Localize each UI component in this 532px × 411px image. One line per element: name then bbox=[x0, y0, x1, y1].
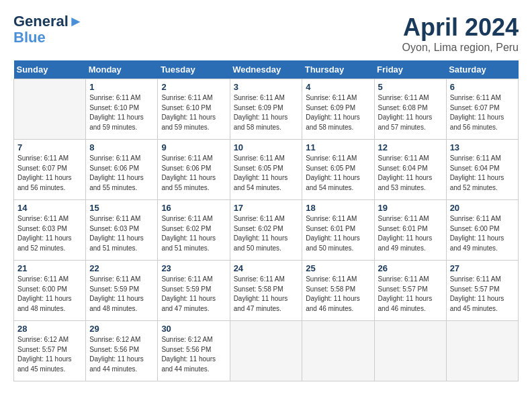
calendar-day-cell: 9Sunrise: 6:11 AM Sunset: 6:06 PM Daylig… bbox=[158, 140, 230, 200]
day-number: 13 bbox=[450, 142, 515, 152]
weekday-header: Sunday bbox=[14, 60, 86, 79]
day-number: 30 bbox=[161, 324, 226, 334]
calendar-day-cell: 6Sunrise: 6:11 AM Sunset: 6:07 PM Daylig… bbox=[446, 79, 518, 140]
day-number: 4 bbox=[306, 82, 370, 92]
day-number: 29 bbox=[89, 324, 154, 334]
day-info: Sunrise: 6:11 AM Sunset: 5:58 PM Dayligh… bbox=[234, 275, 299, 314]
calendar-day-cell bbox=[302, 321, 374, 381]
calendar-day-cell: 28Sunrise: 6:12 AM Sunset: 5:57 PM Dayli… bbox=[14, 321, 86, 381]
calendar-day-cell: 13Sunrise: 6:11 AM Sunset: 6:04 PM Dayli… bbox=[446, 140, 518, 200]
day-info: Sunrise: 6:11 AM Sunset: 5:59 PM Dayligh… bbox=[161, 275, 226, 314]
calendar-day-cell bbox=[374, 321, 446, 381]
day-number: 28 bbox=[17, 324, 82, 334]
calendar-week-row: 28Sunrise: 6:12 AM Sunset: 5:57 PM Dayli… bbox=[14, 321, 519, 381]
calendar-day-cell: 11Sunrise: 6:11 AM Sunset: 6:05 PM Dayli… bbox=[302, 140, 374, 200]
calendar-week-row: 21Sunrise: 6:11 AM Sunset: 6:00 PM Dayli… bbox=[14, 261, 519, 321]
calendar-day-cell: 30Sunrise: 6:12 AM Sunset: 5:56 PM Dayli… bbox=[158, 321, 230, 381]
day-info: Sunrise: 6:11 AM Sunset: 5:59 PM Dayligh… bbox=[89, 275, 154, 314]
day-info: Sunrise: 6:11 AM Sunset: 5:57 PM Dayligh… bbox=[378, 275, 443, 314]
day-number: 6 bbox=[450, 82, 515, 92]
day-number: 18 bbox=[306, 203, 370, 213]
day-info: Sunrise: 6:11 AM Sunset: 6:10 PM Dayligh… bbox=[89, 93, 154, 132]
day-info: Sunrise: 6:11 AM Sunset: 6:07 PM Dayligh… bbox=[450, 93, 515, 132]
day-number: 11 bbox=[306, 142, 370, 152]
day-info: Sunrise: 6:11 AM Sunset: 6:05 PM Dayligh… bbox=[234, 154, 299, 193]
page-header: General►Blue April 2024 Oyon, Lima regio… bbox=[13, 13, 519, 54]
calendar-day-cell: 17Sunrise: 6:11 AM Sunset: 6:02 PM Dayli… bbox=[230, 200, 302, 261]
day-info: Sunrise: 6:11 AM Sunset: 6:09 PM Dayligh… bbox=[306, 93, 370, 132]
title-block: April 2024 Oyon, Lima region, Peru bbox=[402, 13, 519, 54]
calendar-day-cell: 4Sunrise: 6:11 AM Sunset: 6:09 PM Daylig… bbox=[302, 79, 374, 140]
day-number: 23 bbox=[161, 263, 226, 273]
day-number: 12 bbox=[378, 142, 443, 152]
weekday-header: Saturday bbox=[446, 60, 518, 79]
calendar-day-cell: 26Sunrise: 6:11 AM Sunset: 5:57 PM Dayli… bbox=[374, 261, 446, 321]
calendar-day-cell: 22Sunrise: 6:11 AM Sunset: 5:59 PM Dayli… bbox=[86, 261, 158, 321]
calendar-day-cell bbox=[14, 79, 86, 140]
calendar-day-cell: 2Sunrise: 6:11 AM Sunset: 6:10 PM Daylig… bbox=[158, 79, 230, 140]
month-year-title: April 2024 bbox=[402, 13, 519, 42]
calendar-day-cell: 20Sunrise: 6:11 AM Sunset: 6:00 PM Dayli… bbox=[446, 200, 518, 261]
day-number: 3 bbox=[234, 82, 299, 92]
day-info: Sunrise: 6:11 AM Sunset: 5:57 PM Dayligh… bbox=[450, 275, 515, 314]
calendar-day-cell: 14Sunrise: 6:11 AM Sunset: 6:03 PM Dayli… bbox=[14, 200, 86, 261]
location-subtitle: Oyon, Lima region, Peru bbox=[402, 42, 519, 54]
day-number: 21 bbox=[17, 263, 82, 273]
calendar-day-cell: 8Sunrise: 6:11 AM Sunset: 6:06 PM Daylig… bbox=[86, 140, 158, 200]
weekday-header: Friday bbox=[374, 60, 446, 79]
day-number: 22 bbox=[89, 263, 154, 273]
day-info: Sunrise: 6:11 AM Sunset: 6:00 PM Dayligh… bbox=[17, 275, 82, 314]
day-number: 26 bbox=[378, 263, 443, 273]
weekday-header: Wednesday bbox=[230, 60, 302, 79]
day-number: 19 bbox=[378, 203, 443, 213]
day-info: Sunrise: 6:11 AM Sunset: 6:10 PM Dayligh… bbox=[161, 93, 226, 132]
calendar-header-row: SundayMondayTuesdayWednesdayThursdayFrid… bbox=[14, 60, 519, 79]
calendar-day-cell: 18Sunrise: 6:11 AM Sunset: 6:01 PM Dayli… bbox=[302, 200, 374, 261]
weekday-header: Monday bbox=[86, 60, 158, 79]
day-number: 8 bbox=[89, 142, 154, 152]
weekday-header: Tuesday bbox=[158, 60, 230, 79]
calendar-day-cell: 24Sunrise: 6:11 AM Sunset: 5:58 PM Dayli… bbox=[230, 261, 302, 321]
day-info: Sunrise: 6:11 AM Sunset: 5:58 PM Dayligh… bbox=[306, 275, 370, 314]
day-number: 10 bbox=[234, 142, 299, 152]
calendar-day-cell: 23Sunrise: 6:11 AM Sunset: 5:59 PM Dayli… bbox=[158, 261, 230, 321]
day-info: Sunrise: 6:11 AM Sunset: 6:07 PM Dayligh… bbox=[17, 154, 82, 193]
calendar-day-cell bbox=[446, 321, 518, 381]
day-number: 27 bbox=[450, 263, 515, 273]
calendar-day-cell: 21Sunrise: 6:11 AM Sunset: 6:00 PM Dayli… bbox=[14, 261, 86, 321]
day-info: Sunrise: 6:11 AM Sunset: 6:04 PM Dayligh… bbox=[450, 154, 515, 193]
day-info: Sunrise: 6:11 AM Sunset: 6:02 PM Dayligh… bbox=[161, 214, 226, 253]
day-number: 1 bbox=[89, 82, 154, 92]
day-info: Sunrise: 6:11 AM Sunset: 6:01 PM Dayligh… bbox=[306, 214, 370, 253]
calendar-day-cell: 5Sunrise: 6:11 AM Sunset: 6:08 PM Daylig… bbox=[374, 79, 446, 140]
calendar-day-cell: 25Sunrise: 6:11 AM Sunset: 5:58 PM Dayli… bbox=[302, 261, 374, 321]
day-info: Sunrise: 6:12 AM Sunset: 5:56 PM Dayligh… bbox=[161, 335, 226, 374]
calendar-week-row: 1Sunrise: 6:11 AM Sunset: 6:10 PM Daylig… bbox=[14, 79, 519, 140]
day-info: Sunrise: 6:11 AM Sunset: 6:01 PM Dayligh… bbox=[378, 214, 443, 253]
day-number: 7 bbox=[17, 142, 82, 152]
day-info: Sunrise: 6:11 AM Sunset: 6:05 PM Dayligh… bbox=[306, 154, 370, 193]
calendar-day-cell bbox=[230, 321, 302, 381]
day-number: 2 bbox=[161, 82, 226, 92]
day-number: 17 bbox=[234, 203, 299, 213]
day-number: 24 bbox=[234, 263, 299, 273]
calendar-day-cell: 1Sunrise: 6:11 AM Sunset: 6:10 PM Daylig… bbox=[86, 79, 158, 140]
weekday-header: Thursday bbox=[302, 60, 374, 79]
logo-text: General►Blue bbox=[13, 13, 83, 46]
logo: General►Blue bbox=[13, 13, 83, 46]
day-number: 14 bbox=[17, 203, 82, 213]
day-number: 20 bbox=[450, 203, 515, 213]
day-info: Sunrise: 6:11 AM Sunset: 6:03 PM Dayligh… bbox=[89, 214, 154, 253]
calendar-week-row: 7Sunrise: 6:11 AM Sunset: 6:07 PM Daylig… bbox=[14, 140, 519, 200]
calendar-day-cell: 16Sunrise: 6:11 AM Sunset: 6:02 PM Dayli… bbox=[158, 200, 230, 261]
calendar-day-cell: 15Sunrise: 6:11 AM Sunset: 6:03 PM Dayli… bbox=[86, 200, 158, 261]
day-number: 15 bbox=[89, 203, 154, 213]
day-info: Sunrise: 6:11 AM Sunset: 6:04 PM Dayligh… bbox=[378, 154, 443, 193]
day-number: 9 bbox=[161, 142, 226, 152]
day-number: 16 bbox=[161, 203, 226, 213]
day-info: Sunrise: 6:11 AM Sunset: 6:09 PM Dayligh… bbox=[234, 93, 299, 132]
day-number: 5 bbox=[378, 82, 443, 92]
day-info: Sunrise: 6:11 AM Sunset: 6:00 PM Dayligh… bbox=[450, 214, 515, 253]
day-info: Sunrise: 6:12 AM Sunset: 5:56 PM Dayligh… bbox=[89, 335, 154, 374]
day-info: Sunrise: 6:11 AM Sunset: 6:03 PM Dayligh… bbox=[17, 214, 82, 253]
